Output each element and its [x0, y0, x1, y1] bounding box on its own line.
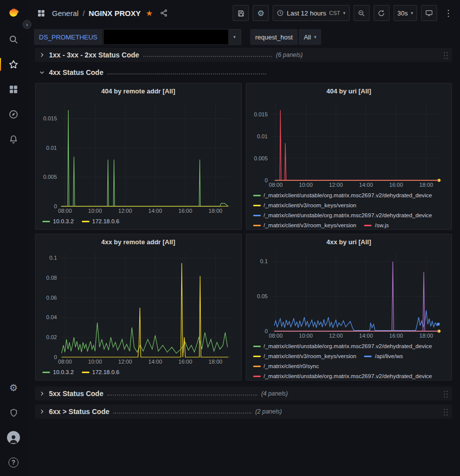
time-range-label: Last 12 hours	[287, 9, 326, 17]
sidebar-item-configuration[interactable]: ⚙	[4, 380, 22, 395]
panel-chart[interactable]: 08:0010:0012:0014:0016:0018:0000.050.1	[248, 249, 450, 340]
panel-404-by-uri: 404 by uri [All] 08:0010:0012:0014:0016:…	[246, 83, 453, 230]
legend-item[interactable]: /_matrix/client/unstable/org.matrix.msc2…	[253, 371, 433, 380]
row-drag-handle[interactable]	[443, 408, 448, 416]
sidebar-expand-button[interactable]: ›	[22, 20, 31, 29]
svg-text:0: 0	[264, 177, 267, 183]
legend-label: /_matrix/client/v3/room_keys/version	[264, 220, 357, 229]
variable-value-request-host[interactable]: All ▾	[299, 29, 321, 45]
legend-item[interactable]: /_matrix/client/unstable/org.matrix.msc2…	[253, 190, 433, 200]
gear-icon: ⚙	[9, 382, 17, 394]
request-host-selected: All	[304, 33, 311, 41]
legend-item[interactable]: /_matrix/client/unstable/org.matrix.msc2…	[253, 341, 433, 351]
sidebar-item-profile[interactable]	[4, 430, 22, 445]
sidebar-item-admin[interactable]	[4, 405, 22, 420]
legend-item[interactable]: 10.0.3.2	[42, 216, 74, 226]
legend-item[interactable]: /_matrix/client/v3/room_keys/version	[253, 220, 357, 229]
row-drag-handle[interactable]	[443, 390, 448, 398]
svg-text:0.02: 0.02	[46, 334, 57, 340]
person-icon	[8, 433, 19, 444]
legend-label: 10.0.3.2	[53, 216, 74, 226]
shield-icon	[9, 408, 18, 418]
panel-chart[interactable]: 08:0010:0012:0014:0016:0018:0000.0050.01…	[248, 98, 450, 189]
legend-item[interactable]: /_matrix/client/v3/room_keys/version	[253, 351, 357, 361]
panel-4xx-by-remote-addr: 4xx by remote addr [All] 08:0010:0012:00…	[35, 234, 242, 381]
favorite-star-icon[interactable]: ★	[146, 8, 153, 18]
variable-label-request-host[interactable]: request_host	[250, 29, 298, 45]
svg-text:08:00: 08:00	[58, 359, 72, 365]
variable-value-ds-prometheus[interactable]	[103, 29, 228, 45]
chevron-right-icon	[39, 52, 45, 58]
panel-header[interactable]: 4xx by uri [All]	[246, 234, 452, 249]
apps-grid-icon	[8, 84, 18, 94]
sidebar-item-explore[interactable]	[4, 107, 22, 122]
row-1xx-3xx-2xx[interactable]: 1xx - 3xx - 2xx Status Code (6 panels)	[35, 48, 452, 62]
panel-chart[interactable]: 08:0010:0012:0014:0016:0018:0000.0050.01…	[37, 98, 239, 215]
svg-text:14:00: 14:00	[148, 208, 162, 214]
panel-header[interactable]: 404 by remote addr [All]	[35, 83, 241, 98]
zoom-out-icon	[358, 9, 365, 17]
timeseries-svg: 08:0010:0012:0014:0016:0018:0000.050.1	[248, 249, 450, 340]
legend-item[interactable]: 10.0.3.2	[42, 367, 74, 377]
variable-label-ds-prometheus[interactable]: DS_PROMETHEUS	[34, 29, 102, 45]
dashboards-breadcrumb-icon-button[interactable]	[34, 6, 48, 20]
legend-swatch	[82, 372, 89, 373]
zoom-out-button[interactable]	[354, 5, 370, 21]
sidebar-item-alerting[interactable]	[4, 132, 22, 147]
breadcrumb-dashboard-title[interactable]: NGINX PROXY	[89, 9, 141, 17]
breadcrumb-folder[interactable]: General	[52, 9, 78, 17]
app-root: ›	[0, 0, 460, 476]
svg-text:14:00: 14:00	[359, 333, 373, 339]
main-area: General / NGINX PROXY ★	[27, 0, 460, 476]
svg-text:0.06: 0.06	[46, 295, 57, 301]
legend-swatch	[42, 221, 50, 222]
sidebar-item-search[interactable]	[4, 32, 22, 47]
grafana-logo[interactable]	[6, 5, 21, 20]
panel-404-by-remote-addr: 404 by remote addr [All] 08:0010:0012:00…	[35, 83, 242, 230]
legend-item[interactable]: /_matrix/client/r0/sync	[253, 361, 319, 371]
more-options-button[interactable]: ⋮	[441, 5, 453, 21]
legend-item[interactable]: /_matrix/client/v3/room_keys/version	[253, 200, 357, 210]
svg-text:0.01: 0.01	[257, 133, 267, 139]
save-dashboard-button[interactable]	[233, 5, 249, 21]
sidebar-item-starred[interactable]	[4, 57, 22, 72]
legend-label: /_matrix/client/unstable/org.matrix.msc2…	[264, 210, 433, 220]
share-button[interactable]	[157, 6, 171, 20]
svg-text:0.015: 0.015	[43, 115, 57, 121]
svg-text:0: 0	[54, 354, 57, 360]
svg-text:18:00: 18:00	[209, 208, 223, 214]
legend-item[interactable]: 172.18.0.6	[82, 216, 119, 226]
legend-swatch	[42, 372, 50, 373]
time-range-picker[interactable]: Last 12 hours CST ▾	[273, 5, 349, 21]
legend-swatch	[253, 195, 261, 196]
svg-text:18:00: 18:00	[419, 333, 433, 339]
sidebar-item-dashboards[interactable]	[4, 82, 22, 97]
refresh-button[interactable]	[374, 5, 390, 21]
row-5xx[interactable]: 5xx Status Code (4 panels)	[35, 387, 452, 401]
legend-item[interactable]: /api/live/ws	[364, 351, 403, 361]
tv-mode-button[interactable]	[421, 5, 437, 21]
legend-item[interactable]: 172.18.0.6	[82, 367, 119, 377]
legend-item[interactable]: /_matrix/client/unstable/org.matrix.msc2…	[253, 210, 433, 220]
refresh-interval-picker[interactable]: 30s ▾	[394, 5, 418, 21]
search-icon	[8, 34, 18, 44]
sidebar-item-help[interactable]: ?	[4, 455, 22, 470]
legend-swatch	[364, 356, 372, 357]
panel-header[interactable]: 404 by uri [All]	[246, 83, 452, 98]
row-drag-handle[interactable]	[443, 51, 448, 59]
timeseries-svg: 08:0010:0012:0014:0016:0018:0000.020.040…	[37, 249, 239, 366]
panel-chart[interactable]: 08:0010:0012:0014:0016:0018:0000.020.040…	[37, 249, 239, 366]
variable-request-host: request_host All ▾	[250, 29, 321, 45]
svg-text:0.015: 0.015	[254, 111, 268, 117]
variables-bar: DS_PROMETHEUS ▾ request_host All ▾	[27, 26, 460, 48]
svg-text:0.1: 0.1	[260, 258, 267, 264]
legend-label: 172.18.0.6	[92, 216, 119, 226]
panel-header[interactable]: 4xx by remote addr [All]	[35, 234, 241, 249]
row-4xx[interactable]: 4xx Status Code	[35, 66, 452, 79]
svg-text:0.1: 0.1	[49, 255, 57, 261]
row-6xx[interactable]: 6xx > Status Code (2 panels)	[35, 405, 452, 419]
dashboard-settings-button[interactable]: ⚙	[253, 5, 269, 21]
timeseries-svg: 08:0010:0012:0014:0016:0018:0000.0050.01…	[37, 98, 239, 215]
legend-item[interactable]: /sw.js	[364, 220, 389, 229]
variable-ds-chevron[interactable]: ▾	[228, 29, 241, 45]
